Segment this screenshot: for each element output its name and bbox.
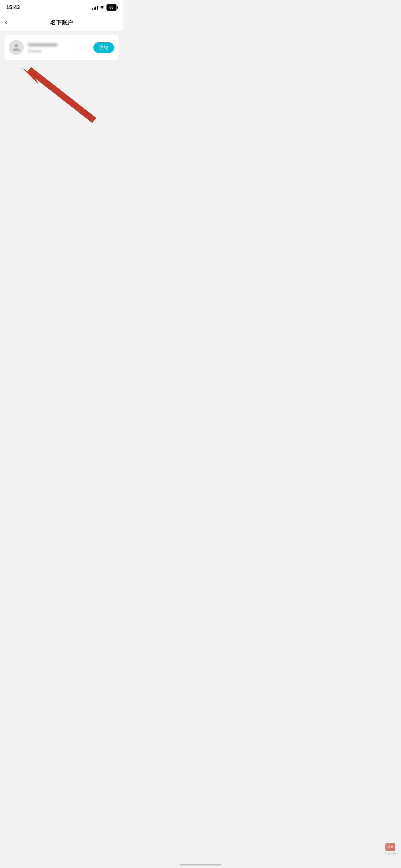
nav-bar: ‹ 名下账户 (0, 14, 123, 31)
avatar (9, 40, 24, 55)
wifi-icon (100, 5, 105, 10)
svg-marker-2 (21, 67, 39, 85)
page-title: 名下账户 (50, 19, 73, 26)
annotation-arrow (4, 64, 119, 126)
account-info: 1●●●●●●●●● 20●●●● (28, 42, 58, 54)
cancel-button[interactable]: 注销 (93, 42, 114, 53)
account-date: 20●●●● (28, 49, 58, 54)
account-left: 1●●●●●●●●● 20●●●● (9, 40, 58, 55)
status-bar: 15:43 65 (0, 0, 123, 14)
back-button[interactable]: ‹ (5, 19, 7, 27)
arrow-svg (4, 64, 119, 126)
account-card: 1●●●●●●●●● 20●●●● 注销 (4, 35, 119, 60)
status-time: 15:43 (6, 4, 20, 11)
battery-icon: 65 (106, 4, 116, 11)
signal-icon (92, 5, 98, 10)
account-name: 1●●●●●●●●● (28, 42, 58, 48)
status-icons: 65 (92, 4, 116, 11)
svg-line-1 (32, 71, 92, 118)
content-area: 1●●●●●●●●● 20●●●● 注销 (0, 31, 123, 868)
user-icon (12, 43, 21, 52)
